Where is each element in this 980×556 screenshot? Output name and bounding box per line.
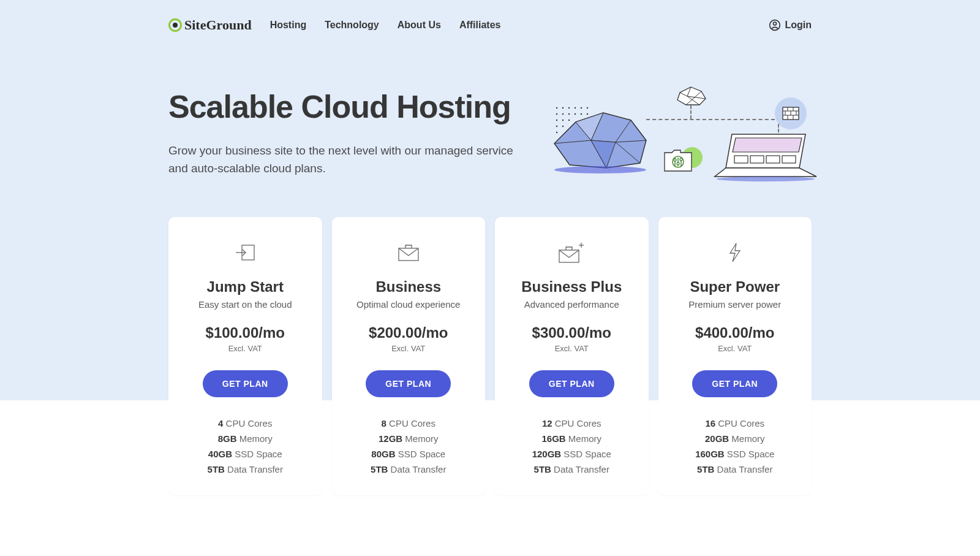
spec-memory: 8GB Memory [183, 431, 307, 446]
svg-rect-45 [782, 156, 796, 163]
plan-vat: Excl. VAT [673, 344, 797, 353]
plan-name: Jump Start [183, 278, 307, 295]
svg-point-40 [677, 162, 679, 165]
plan-price: $400.00/mo [673, 324, 797, 341]
plan-card-business: Business Optimal cloud experience $200.0… [332, 217, 486, 495]
spec-memory: 12GB Memory [347, 431, 471, 446]
spec-transfer: 5TB Data Transfer [673, 462, 797, 477]
svg-point-46 [717, 177, 815, 181]
svg-marker-53 [730, 243, 740, 262]
spec-ssd: 40GB SSD Space [183, 446, 307, 462]
nav-hosting[interactable]: Hosting [270, 20, 307, 31]
briefcase-icon [347, 240, 471, 265]
hero-section: Scalable Cloud Hosting Grow your busines… [168, 45, 812, 217]
spec-cpu: 4 CPU Cores [183, 416, 307, 431]
spec-cpu: 12 CPU Cores [510, 416, 634, 431]
plan-specs-list: 12 CPU Cores 16GB Memory 120GB SSD Space… [510, 416, 634, 477]
hero-illustration [542, 88, 812, 186]
spec-transfer: 5TB Data Transfer [347, 462, 471, 477]
plan-price: $100.00/mo [183, 324, 307, 341]
get-plan-button[interactable]: GET PLAN [692, 370, 777, 397]
get-plan-button[interactable]: GET PLAN [366, 370, 451, 397]
spec-memory: 16GB Memory [510, 431, 634, 446]
plan-name: Super Power [673, 278, 797, 295]
svg-rect-44 [766, 156, 780, 163]
laptop-icon [714, 131, 818, 183]
plan-card-business-plus: Business Plus Advanced performance $300.… [495, 217, 649, 495]
plan-name: Business Plus [510, 278, 634, 295]
briefcase-plus-icon [510, 240, 634, 265]
svg-point-41 [680, 158, 682, 161]
svg-rect-43 [750, 156, 764, 163]
firewall-circle-icon [775, 97, 807, 129]
main-nav: Hosting Technology About Us Affiliates [270, 20, 751, 31]
logo-swirl-icon [168, 18, 182, 32]
plan-price: $300.00/mo [510, 324, 634, 341]
spec-cpu: 8 CPU Cores [347, 416, 471, 431]
nav-affiliates[interactable]: Affiliates [459, 20, 501, 31]
page-subtitle: Grow your business site to the next leve… [168, 142, 518, 177]
lightning-icon [673, 240, 797, 265]
spec-ssd: 80GB SSD Space [347, 446, 471, 462]
plan-card-jump-start: Jump Start Easy start on the cloud $100.… [168, 217, 322, 495]
user-icon [769, 19, 781, 31]
svg-point-1 [774, 22, 777, 25]
site-header: SiteGround Hosting Technology About Us A… [168, 0, 812, 45]
plan-price: $200.00/mo [347, 324, 471, 341]
plan-vat: Excl. VAT [183, 344, 307, 353]
nav-about[interactable]: About Us [398, 20, 441, 31]
pricing-plans: Jump Start Easy start on the cloud $100.… [168, 217, 812, 495]
get-plan-button[interactable]: GET PLAN [203, 370, 288, 397]
plan-card-super-power: Super Power Premium server power $400.00… [658, 217, 812, 495]
spec-transfer: 5TB Data Transfer [510, 462, 634, 477]
svg-marker-24 [677, 87, 706, 105]
crystal-cloud-icon [548, 107, 655, 174]
svg-marker-20 [554, 113, 646, 168]
spec-memory: 20GB Memory [673, 431, 797, 446]
small-cloud-icon [674, 85, 708, 107]
get-plan-button[interactable]: GET PLAN [529, 370, 614, 397]
svg-rect-42 [734, 156, 748, 163]
svg-point-39 [674, 159, 676, 161]
nav-technology[interactable]: Technology [325, 20, 379, 31]
door-enter-icon [183, 240, 307, 265]
firewall-icon [782, 107, 799, 120]
logo-text: SiteGround [184, 17, 252, 33]
page-title: Scalable Cloud Hosting [168, 88, 518, 125]
spec-cpu: 16 CPU Cores [673, 416, 797, 431]
plan-specs-list: 4 CPU Cores 8GB Memory 40GB SSD Space 5T… [183, 416, 307, 477]
plan-vat: Excl. VAT [510, 344, 634, 353]
spec-ssd: 160GB SSD Space [673, 446, 797, 462]
login-label: Login [785, 20, 812, 31]
plan-specs-list: 8 CPU Cores 12GB Memory 80GB SSD Space 5… [347, 416, 471, 477]
plan-tagline: Optimal cloud experience [347, 299, 471, 310]
spec-ssd: 120GB SSD Space [510, 446, 634, 462]
plan-tagline: Premium server power [673, 299, 797, 310]
svg-point-23 [554, 166, 646, 173]
plan-tagline: Easy start on the cloud [183, 299, 307, 310]
plan-name: Business [347, 278, 471, 295]
settings-folder-icon [663, 147, 693, 173]
logo[interactable]: SiteGround [168, 17, 252, 33]
login-button[interactable]: Login [769, 19, 812, 31]
spec-transfer: 5TB Data Transfer [183, 462, 307, 477]
plan-tagline: Advanced performance [510, 299, 634, 310]
plan-specs-list: 16 CPU Cores 20GB Memory 160GB SSD Space… [673, 416, 797, 477]
plan-vat: Excl. VAT [347, 344, 471, 353]
